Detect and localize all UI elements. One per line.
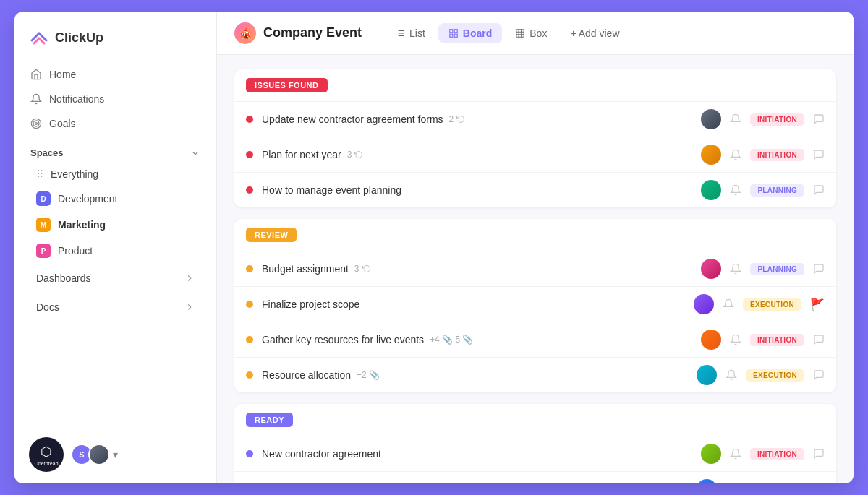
task-avatar — [697, 365, 717, 385]
main-content: 🎪 Company Event List Board — [217, 12, 854, 483]
sidebar-item-notifications[interactable]: Notifications — [23, 87, 208, 111]
sidebar-item-development[interactable]: D Development — [20, 186, 210, 212]
sidebar-item-marketing[interactable]: M Marketing — [20, 212, 210, 238]
task-meta: +2 📎 — [357, 370, 380, 380]
task-dot — [246, 371, 253, 379]
topbar-title: 🎪 Company Event — [234, 22, 362, 44]
status-badge: PLANNING — [750, 184, 804, 197]
sidebar: ClickUp Home Notifications — [14, 12, 217, 483]
onethread-logo: ⬡ Onethread — [29, 437, 64, 472]
grid-icon: ⠿ — [36, 168, 43, 180]
task-meta: +4 📎 5 📎 — [430, 335, 473, 345]
svg-rect-9 — [450, 29, 453, 32]
comment-icon — [813, 184, 825, 196]
status-badge: INITIATION — [750, 448, 804, 460]
bell-icon — [730, 334, 741, 345]
table-row[interactable]: Resource allocation +2 📎 EXECUTION — [234, 357, 836, 392]
svg-rect-10 — [454, 29, 457, 32]
notifications-label: Notifications — [49, 93, 104, 105]
table-row[interactable]: Gather key resources for live events +4 … — [234, 322, 836, 357]
spaces-header: Spaces — [14, 139, 216, 163]
chevron-right-icon — [184, 273, 195, 283]
task-avatar — [701, 145, 721, 165]
section-review: REVIEW Budget assignment 3 PLANNING — [234, 219, 836, 392]
task-dot — [246, 151, 253, 158]
table-row[interactable]: Plan for next year 3 INITIATION — [234, 137, 836, 172]
logo: ClickUp — [14, 12, 216, 59]
review-badge: REVIEW — [246, 228, 297, 242]
product-badge: P — [36, 244, 51, 258]
avatar-user — [88, 444, 110, 465]
status-badge: INITIATION — [750, 334, 804, 346]
issues-badge: ISSUES FOUND — [246, 78, 328, 92]
comment-icon — [813, 369, 825, 381]
section-issues-header: ISSUES FOUND — [234, 69, 836, 101]
task-avatar — [701, 444, 721, 464]
task-dot — [246, 186, 253, 194]
avatar-dropdown[interactable]: ▾ — [113, 449, 118, 460]
bell-icon — [730, 263, 741, 275]
bell-icon — [730, 184, 741, 196]
bell-icon — [730, 448, 741, 460]
topbar-tabs: List Board Box — [385, 23, 629, 43]
task-meta: 3 — [354, 264, 371, 274]
bell-icon — [730, 149, 741, 160]
sidebar-item-dashboards[interactable]: Dashboards — [20, 265, 210, 291]
status-badge: EXECUTION — [743, 298, 801, 311]
flag-icon: 🚩 — [810, 298, 825, 311]
task-avatar — [697, 479, 717, 483]
status-badge: EXECUTION — [746, 483, 804, 484]
bell-icon — [723, 298, 734, 310]
task-avatar — [701, 180, 721, 200]
table-row[interactable]: Budget assignment 3 PLANNING — [234, 251, 836, 286]
table-row[interactable]: New contractor agreement INITIATION — [234, 436, 836, 471]
task-dot — [246, 450, 253, 457]
task-meta: 3 — [347, 150, 364, 160]
sidebar-item-product[interactable]: P Product — [20, 238, 210, 264]
bell-icon — [730, 113, 741, 125]
task-name: Budget assignment 3 — [262, 263, 692, 275]
comment-icon — [813, 334, 825, 345]
table-row[interactable]: Finalize project scope EXECUTION 🚩 — [234, 286, 836, 322]
tab-box[interactable]: Box — [505, 23, 557, 43]
task-name: Finalize project scope — [262, 298, 685, 310]
task-dot — [246, 116, 253, 123]
table-row[interactable]: How to manage event planning PLANNING — [234, 172, 836, 207]
marketing-badge: M — [36, 218, 51, 232]
tab-list[interactable]: List — [385, 23, 435, 43]
task-dot — [246, 336, 253, 343]
goals-label: Goals — [49, 118, 76, 129]
task-name: Resource allocation +2 📎 — [262, 369, 688, 381]
comment-icon — [813, 263, 825, 275]
task-avatar — [701, 259, 721, 279]
table-row[interactable]: Refresh company website 5 📎 EXECUTION — [234, 471, 836, 483]
comment-icon — [813, 448, 825, 460]
sidebar-item-home[interactable]: Home — [23, 62, 208, 87]
task-name: How to manage event planning — [262, 184, 692, 196]
task-avatar — [701, 330, 721, 350]
table-row[interactable]: Update new contractor agreement forms 2 … — [234, 101, 836, 137]
section-issues: ISSUES FOUND Update new contractor agree… — [234, 69, 836, 207]
sidebar-item-docs[interactable]: Docs — [20, 294, 210, 320]
chevron-right-icon-2 — [184, 302, 195, 312]
section-ready-header: READY — [234, 404, 836, 436]
chevron-down-icon[interactable] — [190, 148, 200, 158]
task-avatar — [694, 294, 714, 314]
svg-point-2 — [35, 123, 38, 125]
sidebar-item-goals[interactable]: Goals — [23, 111, 208, 136]
svg-rect-13 — [516, 29, 524, 37]
bell-icon — [726, 369, 737, 381]
svg-point-0 — [31, 119, 41, 128]
svg-rect-12 — [454, 34, 457, 37]
task-name: Gather key resources for live events +4 … — [262, 334, 692, 345]
svg-rect-11 — [450, 34, 453, 37]
task-name: Plan for next year 3 — [262, 149, 692, 160]
comment-icon — [813, 149, 825, 160]
sidebar-item-everything[interactable]: ⠿ Everything — [20, 163, 210, 186]
status-badge: INITIATION — [750, 113, 804, 126]
status-badge: PLANNING — [750, 263, 804, 275]
user-avatars: S ▾ — [71, 444, 118, 465]
tab-board[interactable]: Board — [438, 23, 502, 43]
add-view-button[interactable]: + Add view — [560, 23, 629, 43]
section-review-header: REVIEW — [234, 219, 836, 251]
